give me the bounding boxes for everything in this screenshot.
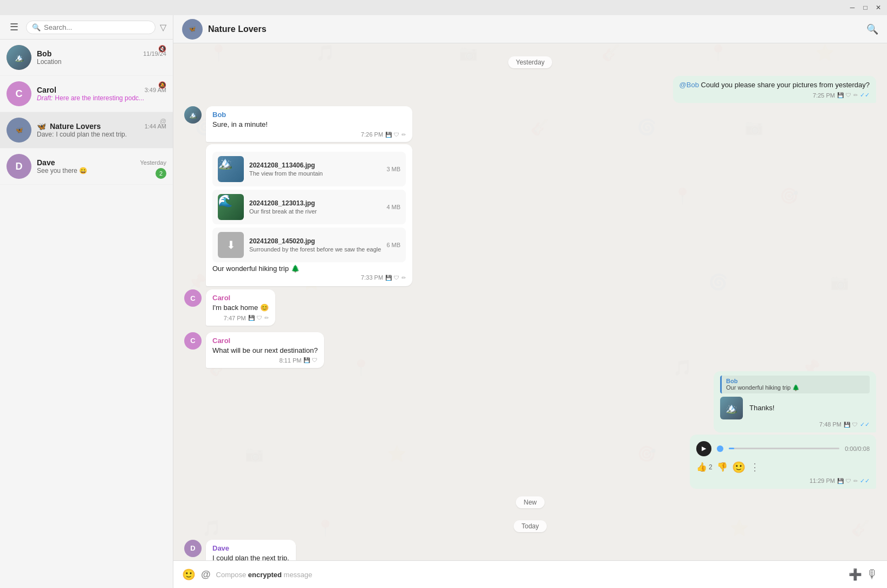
bubble-carol-home: Carol I'm back home 😊 7:47 PM 💾 🛡 ✏ [206,289,275,325]
bubble-text-dave: I could plan the next trip. [212,553,289,560]
read-check-thanks: ✓✓ [860,421,870,428]
bubble-dave: Dave I could plan the next trip. 1:44 AM… [206,540,296,560]
avatar-dave: D [7,154,31,179]
edit-icon-bob: ✏ [402,132,406,138]
chat-title: Nature Lovers [208,24,267,34]
attach-button[interactable]: ➕ [849,568,862,581]
hamburger-button[interactable]: ☰ [7,20,22,35]
search-icon: 🔍 [32,23,41,31]
bubble-meta-voice: 11:29 PM 💾 🛡 ✏ ✓✓ [696,477,870,484]
bubble-bob-reply: Bob Sure, in a minute! 7:26 PM 💾 🛡 ✏ [206,106,412,142]
chat-item-carol[interactable]: C Carol 3:49 AM Draft: Here are the inte… [0,76,173,112]
close-button[interactable]: ✕ [874,3,883,12]
sidebar: ☰ 🔍 ▽ 🏔️ Bob 11/19/24 [0,15,173,588]
chat-preview-nl: Dave: I could plan the next trip. [37,131,166,138]
play-button[interactable]: ▶ [696,441,711,456]
chat-item-dave[interactable]: D Dave Yesterday See you there 😀 2 [0,148,173,185]
file-info-1: 20241208_123013.jpg Our first break at t… [249,199,381,215]
unread-badge-dave: 2 [156,168,166,179]
sender-dave: Dave [212,544,289,552]
voice-dot [717,445,723,452]
reactions: 👍 2 👎 🙂 ⋮ [696,458,870,476]
group-avatar: 🦋 [182,19,203,40]
bubble-group-bob: Bob Sure, in a minute! 7:26 PM 💾 🛡 ✏ [206,106,412,286]
avatar-carol: C [7,81,31,106]
file-size-2: 6 MB [386,242,400,248]
edit-icon-files: ✏ [402,275,406,281]
chat-time-dave: Yesterday [140,159,166,166]
file-item-0[interactable]: 🏔️ 20241208_113406.jpg The view from the… [212,152,406,186]
chat-item-nl[interactable]: 🦋 🦋 Nature Lovers 1:44 AM Dave: I could … [0,112,173,148]
date-badge-today: Today [514,520,546,532]
compose-input[interactable]: Compose encrypted message [216,568,843,581]
mute-icon-bob: 🔇 [158,45,166,53]
trip-caption: Our wonderful hiking trip 🌲 [212,264,406,273]
message-row-bob-reply: 🏔️ Bob Sure, in a minute! 7:26 PM 💾 🛡 ✏ [184,106,876,286]
avatar-bob: 🏔️ [7,45,31,70]
avatar-dave-msg: D [184,540,202,557]
save-icon-voice: 💾 [837,478,844,484]
date-divider-new: New [184,496,876,508]
mute-icon-carol: 🔕 [158,81,166,89]
sender-carol-home: Carol [212,294,269,302]
search-box[interactable]: 🔍 [26,21,156,34]
reply-quote-text: Our wonderful hiking trip 🌲 [726,384,865,391]
edit-icon-voice: ✏ [853,478,858,484]
mention-button[interactable]: @ [201,569,211,580]
bubble-bob-files: 🏔️ 20241208_113406.jpg The view from the… [206,144,412,286]
chat-search-button[interactable]: 🔍 [866,23,878,35]
chat-preview-dave: See you there 😀 [37,167,166,175]
bubble-text-thanks: Thanks! [749,403,774,413]
chat-preview-carol: Draft: Here are the interesting podc... [37,94,166,102]
lock-icon-carol: 🛡 [257,315,262,321]
chat-name-nl: 🦋 Nature Lovers [37,122,101,131]
lock-icon-carol-q: 🛡 [312,357,318,363]
maximize-button[interactable]: □ [861,3,870,12]
chat-item-bob[interactable]: 🏔️ Bob 11/19/24 Location 🔇 [0,40,173,76]
thumbsup-reaction[interactable]: 👍 2 [696,462,713,472]
file-thumb-1: 🌊 [218,194,244,220]
chat-info-dave: Dave Yesterday See you there 😀 [37,158,166,175]
thumbsdown-reaction[interactable]: 👎 [717,462,728,472]
avatar-carol-msg: C [184,289,202,307]
voice-bar[interactable] [729,448,839,449]
minimize-button[interactable]: ─ [848,3,857,12]
date-badge-new: New [516,496,544,508]
read-check: ✓✓ [860,92,870,99]
edit-icon-carol: ✏ [264,315,269,321]
avatar-nl: 🦋 [7,118,31,143]
sidebar-header: ☰ 🔍 ▽ [0,15,173,40]
bubble-outgoing-mention: @Bob Could you please share your picture… [673,76,876,103]
file-item-2[interactable]: ⬇ 20241208_145020.jpg Surrounded by the … [212,228,406,262]
bubble-carol-dest: Carol What will be our next destination?… [206,332,324,368]
chat-list: 🏔️ Bob 11/19/24 Location 🔇 C [0,40,173,588]
bubble-text-bob-reply: Sure, in a minute! [212,120,406,130]
bubble-bob-thanks: Bob Our wonderful hiking trip 🌲 🏔️ Thank… [714,371,876,432]
input-right: ➕ 🎙 [849,567,878,581]
save-icon-files: 💾 [385,275,392,281]
main-chat: 📍 🎵 📷 🎸 📍 ⭐ 🌀 🎯 📌 🎸 🌀 📷 ⭐ 🎵 📍 🎯 📌 ⭐ 🌀 📷 … [173,15,887,588]
smiley-reaction[interactable]: 🙂 [732,461,746,474]
bubble-meta-carol-dest: 8:11 PM 💾 🛡 [212,357,318,364]
emoji-button[interactable]: 🙂 [182,568,196,581]
bubble-text-carol-dest: What will be our next destination? [212,346,318,356]
lock-icon-voice: 🛡 [846,478,851,484]
file-size-0: 3 MB [386,166,400,172]
lock-icon-thanks: 🛡 [852,422,858,428]
bubble-meta-carol-home: 7:47 PM 💾 🛡 ✏ [212,315,269,321]
message-row-dave: D Dave I could plan the next trip. 1:44 … [184,540,876,560]
bubble-voice: ▶ 0:00/0:08 👍 2 [690,435,876,489]
file-item-1[interactable]: 🌊 20241208_123013.jpg Our first break at… [212,190,406,224]
search-input[interactable] [44,23,150,31]
more-reactions-button[interactable]: ⋮ [750,461,760,473]
titlebar: ─ □ ✕ [0,0,887,15]
microphone-button[interactable]: 🎙 [866,567,878,581]
filter-button[interactable]: ▽ [160,22,166,33]
bubble-text-mention: @Bob Could you please share your picture… [679,80,870,90]
chat-info-bob: Bob 11/19/24 Location [37,49,166,66]
messages-area[interactable]: Yesterday @Bob Could you please share yo… [173,43,887,560]
file-info-2: 20241208_145020.jpg Surrounded by the fo… [249,237,381,253]
reply-quote-sender: Bob [726,378,865,384]
file-list: 🏔️ 20241208_113406.jpg The view from the… [212,152,406,262]
file-size-1: 4 MB [386,204,400,210]
